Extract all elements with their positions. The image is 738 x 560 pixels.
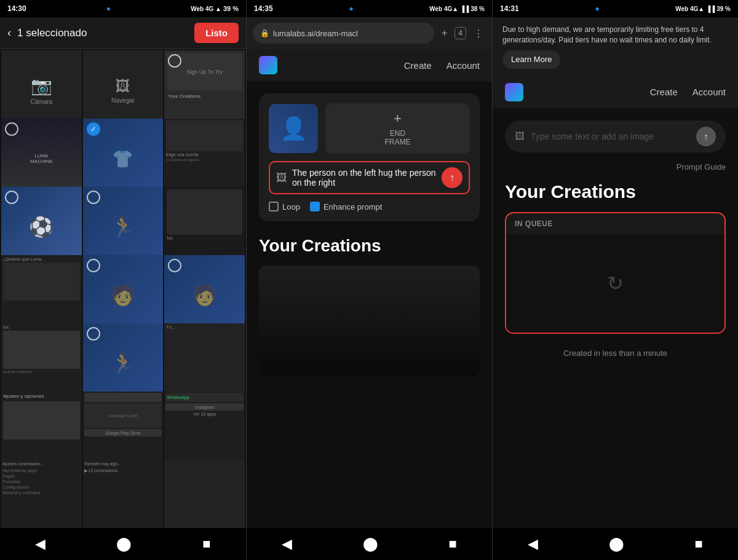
bottom-nav-1: ◀ ⬤ ■ — [0, 528, 246, 560]
nav-account[interactable]: Account — [446, 60, 480, 71]
created-time-text: Created in less than a minute — [505, 349, 726, 358]
notice-text: Due to high demand, we are temporarily l… — [502, 25, 712, 44]
bottom-nav-3: ◀ ⬤ ■ — [493, 528, 738, 560]
panel3-create[interactable]: Create — [650, 87, 678, 97]
frame-row: 👤 + ENDFRAME — [269, 103, 470, 154]
enhance-checkbox[interactable] — [310, 202, 320, 211]
time-2: 14:35 — [254, 4, 273, 13]
gallery-grid: 📷 Cámara 🖼 Navegar Sign Up To Try Your C… — [0, 49, 246, 528]
panel-luma-full: 14:31 ● Web 4G▲ ▐▐ 39 % Due to high dema… — [492, 0, 738, 560]
url-text: lumalabs.ai/dream-macl — [273, 29, 358, 38]
home-nav-2[interactable]: ⬤ — [363, 536, 378, 552]
luma-content: Create Account 👤 + ENDFRAME — [247, 49, 492, 528]
home-nav-1[interactable]: ⬤ — [116, 536, 132, 552]
time-1: 14:30 — [7, 4, 26, 13]
loop-option[interactable]: Loop — [269, 202, 300, 211]
end-frame-label: ENDFRAME — [385, 129, 411, 146]
in-queue-card: IN QUEUE ↻ — [505, 212, 726, 334]
nav-label: Navegar — [111, 97, 135, 104]
time-3: 14:31 — [500, 4, 519, 13]
dot-3: ● — [595, 4, 599, 13]
prompt-image-icon-3[interactable]: 🖼 — [515, 131, 525, 142]
status-bar-3: 14:31 ● Web 4G▲ ▐▐ 39 % — [493, 0, 738, 17]
loop-label: Loop — [282, 202, 300, 211]
panel3-header: Create Account — [493, 76, 738, 108]
select-circle-7[interactable] — [87, 191, 100, 204]
loop-checkbox[interactable] — [269, 202, 279, 211]
home-nav-3[interactable]: ⬤ — [609, 536, 624, 552]
gallery-item-18[interactable]: Ajustes conectados... Herramienta apps P… — [1, 460, 82, 528]
panel-luma-browser: 14:35 ● Web 4G▲ ▐▐ 38 % 🔒 lumalabs.ai/dr… — [246, 0, 492, 560]
camera-label: Cámara — [31, 98, 53, 105]
listo-button[interactable]: Listo — [194, 23, 239, 43]
prompt-text: The person on the left hug the person on… — [292, 168, 437, 187]
back-nav-1[interactable]: ◀ — [35, 536, 46, 552]
enhance-label: Enhance prompt — [323, 202, 382, 211]
signal-1: Web 4G ▲ — [191, 6, 221, 12]
options-row: Loop Enhance prompt — [269, 202, 470, 211]
gallery-title: 1 seleccionado — [17, 27, 188, 39]
recents-nav-2[interactable]: ■ — [448, 536, 456, 552]
gallery-item-19[interactable]: También hay algo... ▶ 12 comentarios — [83, 460, 164, 528]
back-nav-2[interactable]: ◀ — [282, 536, 292, 552]
end-frame-box[interactable]: + ENDFRAME — [325, 103, 470, 154]
prompt-row: 🖼 The person on the left hug the person … — [269, 161, 470, 194]
select-circle-4[interactable] — [87, 122, 100, 136]
recents-nav-1[interactable]: ■ — [202, 536, 210, 552]
plus-tab-button[interactable]: + — [439, 25, 450, 41]
dot-1: ● — [106, 4, 111, 13]
enhance-option[interactable]: Enhance prompt — [310, 202, 382, 211]
panel3-main: 🖼 Type some text or add an image ↑ Promp… — [493, 108, 738, 528]
tab-count-badge[interactable]: 4 — [454, 27, 466, 39]
prompt-submit-button[interactable]: ↑ — [442, 167, 462, 188]
prompt-placeholder: Type some text or add an image — [531, 132, 690, 141]
status-bar-1: 14:30 ● Web 4G ▲ 39 % — [0, 0, 246, 17]
prompt-guide-link[interactable]: Prompt Guide — [505, 162, 726, 172]
creation-video-preview[interactable] — [259, 266, 480, 376]
prompt-input-area: 🖼 Type some text or add an image ↑ — [505, 120, 726, 152]
luma-main: 👤 + ENDFRAME 🖼 The person on the left hu… — [247, 81, 492, 528]
select-circle-13[interactable] — [87, 327, 100, 341]
nav-icon: 🖼 — [116, 77, 130, 95]
luma-logo — [259, 56, 277, 74]
panel3-nav: Create Account — [650, 87, 726, 97]
queue-video-area: ↻ — [506, 234, 724, 333]
luma-header: Create Account — [247, 49, 492, 81]
camera-icon: 📷 — [31, 76, 52, 96]
panel-gallery: 14:30 ● Web 4G ▲ 39 % ‹ 1 seleccionado L… — [0, 0, 246, 560]
status-bar-2: 14:35 ● Web 4G▲ ▐▐ 38 % — [247, 0, 492, 17]
notice-bar: Due to high demand, we are temporarily l… — [493, 17, 738, 76]
dot-2: ● — [349, 4, 353, 13]
select-circle-6[interactable] — [5, 191, 18, 204]
bottom-nav-2: ◀ ⬤ ■ — [247, 528, 492, 560]
back-button-1[interactable]: ‹ — [7, 26, 11, 39]
loading-spinner: ↻ — [607, 272, 624, 295]
recents-nav-3[interactable]: ■ — [694, 536, 702, 552]
creations-title-3: Your Creations — [505, 181, 726, 202]
prompt-submit-button-3[interactable]: ↑ — [696, 127, 716, 146]
prompt-image-icon[interactable]: 🖼 — [276, 172, 287, 184]
start-frame-thumb[interactable]: 👤 — [269, 104, 318, 153]
panel3-account[interactable]: Account — [692, 87, 726, 97]
back-nav-3[interactable]: ◀ — [528, 536, 538, 552]
browser-toolbar: 🔒 lumalabs.ai/dream-macl + 4 ⋮ — [247, 17, 492, 49]
select-circle-3[interactable] — [5, 122, 18, 136]
url-bar[interactable]: 🔒 lumalabs.ai/dream-macl — [253, 23, 434, 44]
nav-create[interactable]: Create — [404, 60, 432, 71]
menu-button[interactable]: ⋮ — [471, 25, 486, 42]
top-bar-1: ‹ 1 seleccionado Listo — [0, 17, 246, 49]
luma-nav: Create Account — [404, 60, 480, 71]
select-circle-10[interactable] — [87, 259, 100, 272]
video-input-area: 👤 + ENDFRAME 🖼 The person on the left hu… — [259, 93, 480, 221]
learn-more-button[interactable]: Learn More — [502, 50, 560, 69]
battery-1: 39 % — [223, 5, 239, 12]
queue-status-label: IN QUEUE — [506, 213, 724, 234]
luma-logo-3 — [505, 83, 523, 101]
creations-title-2: Your Creations — [259, 236, 381, 256]
secure-icon: 🔒 — [260, 29, 269, 37]
gallery-item-20[interactable]: POSTS DE: LA NUEVA ERA DE COMO HA COMENZ… — [164, 460, 245, 528]
plus-icon: + — [394, 111, 402, 127]
